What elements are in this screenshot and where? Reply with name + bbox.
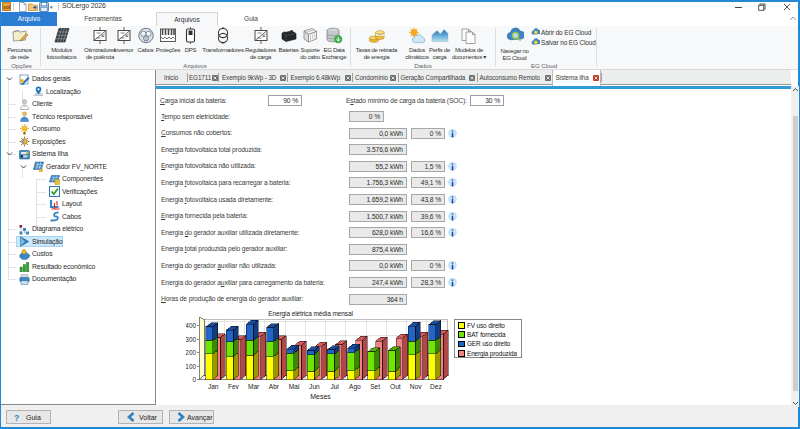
- svg-text:Jul: Jul: [330, 383, 339, 390]
- svg-text:Nov: Nov: [410, 383, 422, 390]
- svg-text:300: 300: [186, 336, 196, 343]
- svg-text:Abr: Abr: [269, 383, 280, 390]
- svg-text:200: 200: [186, 349, 196, 356]
- svg-text:Jan: Jan: [208, 383, 219, 390]
- svg-text:Mar: Mar: [248, 383, 260, 390]
- svg-text:Out: Out: [390, 383, 401, 390]
- svg-text:Meses: Meses: [310, 393, 331, 400]
- svg-text:Dez: Dez: [430, 383, 442, 390]
- svg-text:Mai: Mai: [289, 383, 300, 390]
- svg-text:Set: Set: [370, 383, 380, 390]
- svg-text:Jun: Jun: [309, 383, 320, 390]
- svg-text:0: 0: [192, 376, 196, 383]
- svg-text:400: 400: [186, 322, 196, 329]
- svg-text:Ago: Ago: [349, 383, 361, 391]
- svg-text:100: 100: [186, 363, 196, 370]
- svg-text:Fev: Fev: [228, 383, 240, 390]
